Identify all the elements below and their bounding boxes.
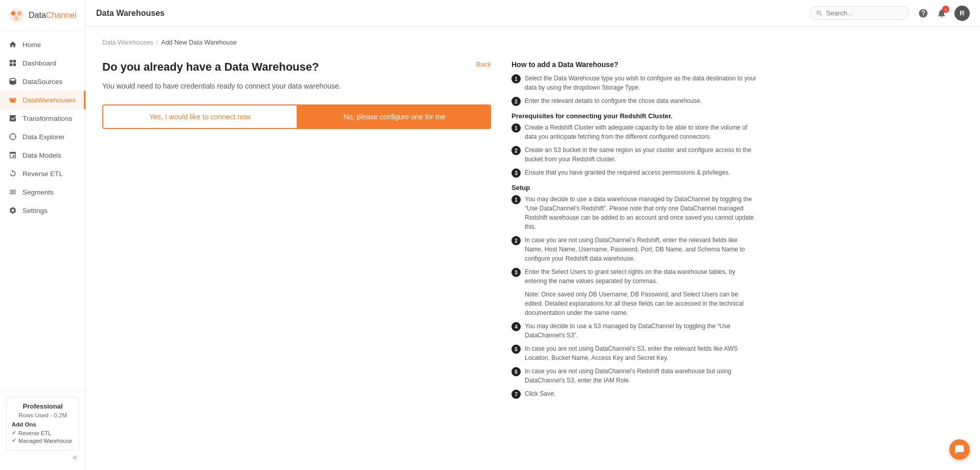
content-area: Data Warehouses / Add New Data Warehouse… <box>86 27 980 470</box>
plan-title: Professional <box>12 402 74 410</box>
sidebar-nav: Home Dashboard DataSources DataWarehouse… <box>0 31 85 390</box>
breadcrumb-separator: / <box>157 39 158 46</box>
connect-now-button[interactable]: Yes, I would like to connect now <box>102 104 298 129</box>
question-subtitle: You would need to have credentials ready… <box>102 82 491 90</box>
explorer-icon <box>8 132 17 141</box>
sidebar: DataChannel Home Dashboard DataSources <box>0 0 86 470</box>
prereq-step-3: 3 Ensure that you have granted the requi… <box>511 168 757 178</box>
reverse-etl-icon <box>8 169 17 178</box>
sidebar-item-datasources[interactable]: DataSources <box>0 72 85 91</box>
setup-step-6-text: In case you are not using DataChannel’s … <box>525 367 757 385</box>
sidebar-item-transformations[interactable]: Transformations <box>0 109 85 127</box>
setup-step-5: 5 In case you are not using DataChannel’… <box>511 344 757 362</box>
setup-step-3-num: 3 <box>511 268 521 277</box>
prereq-step-2-text: Create an S3 bucket in the same region a… <box>525 145 757 164</box>
logo-text: DataChannel <box>29 11 76 20</box>
transformations-icon <box>8 114 17 123</box>
content-inner: Data Warehouses / Add New Data Warehouse… <box>86 27 980 470</box>
howto-step-2-text: Enter the relevant details to configure … <box>525 96 702 105</box>
segments-icon <box>8 187 17 197</box>
prereq-step-2: 2 Create an S3 bucket in the same region… <box>511 145 757 164</box>
setup-step-2: 2 In case you are not using DataChannel’… <box>511 236 757 263</box>
setup-step-3: 3 Enter the Select Users to grant select… <box>511 267 757 286</box>
prereq-step-3-text: Ensure that you have granted the require… <box>525 168 730 177</box>
models-icon <box>8 151 17 160</box>
setup-step-1-num: 1 <box>511 195 521 204</box>
howto-step-1-num: 1 <box>511 74 521 83</box>
howto-step-2: 2 Enter the relevant details to configur… <box>511 96 757 106</box>
setup-step-4: 4 You may decide to use a S3 managed by … <box>511 322 757 340</box>
sidebar-item-data-explorer[interactable]: Data Explorer <box>0 127 85 146</box>
notification-badge: 1 <box>942 6 949 13</box>
check-icon: ✔ <box>12 437 16 444</box>
setup-step-7-num: 7 <box>511 390 521 399</box>
sidebar-item-reverse-etl[interactable]: Reverse ETL <box>0 164 85 183</box>
plan-addons-label: Add Ons <box>12 421 74 428</box>
home-icon <box>8 40 17 49</box>
left-panel: Do you already have a Data Warehouse? Ba… <box>102 60 491 403</box>
howto-step-1: 1 Select the Data Warehouse type you wis… <box>511 74 757 92</box>
search-input[interactable] <box>826 9 903 17</box>
setup-step-1: 1 You may decide to use a data warehouse… <box>511 195 757 231</box>
logo: DataChannel <box>0 0 85 31</box>
prereq-step-1-text: Create a Redshift Cluster with adequate … <box>525 123 757 141</box>
howto-title: How to add a Data Warehouse? <box>511 60 757 69</box>
prereq-title: Prerequisites for connecting your Redshi… <box>511 112 757 120</box>
notifications-icon[interactable]: 1 <box>936 8 947 19</box>
sidebar-item-data-models[interactable]: Data Models <box>0 146 85 164</box>
setup-title: Setup <box>511 184 757 191</box>
breadcrumb: Data Warehouses / Add New Data Warehouse <box>102 39 964 46</box>
settings-icon <box>8 206 17 215</box>
configure-for-me-button[interactable]: No, please configure one for me <box>298 104 491 129</box>
setup-step-5-text: In case you are not using DataChannel’s … <box>525 344 757 362</box>
setup-step-6-num: 6 <box>511 367 521 376</box>
sidebar-bottom: Professional Rows Used - 0.2M Add Ons ✔ … <box>0 390 85 470</box>
sidebar-collapse[interactable]: « <box>6 451 79 464</box>
addon-reverse-etl: ✔ Reverse ETL <box>12 430 74 436</box>
setup-step-5-num: 5 <box>511 345 521 354</box>
sidebar-item-dashboard[interactable]: Dashboard <box>0 54 85 72</box>
plan-rows: Rows Used - 0.2M <box>12 412 74 418</box>
setup-step-2-num: 2 <box>511 236 521 245</box>
avatar[interactable]: R <box>954 6 970 21</box>
logo-icon <box>8 7 25 24</box>
back-link[interactable]: Back <box>476 60 491 68</box>
setup-step-7-text: Click Save. <box>525 389 555 398</box>
plan-box: Professional Rows Used - 0.2M Add Ons ✔ … <box>6 397 79 451</box>
svg-point-3 <box>14 16 18 20</box>
setup-step-1-text: You may decide to use a data warehouse m… <box>525 195 757 231</box>
right-panel: How to add a Data Warehouse? 1 Select th… <box>511 60 757 403</box>
breadcrumb-parent[interactable]: Data Warehouses <box>102 39 153 46</box>
dashboard-icon <box>8 58 17 68</box>
setup-step-2-text: In case you are not using DataChannel’s … <box>525 236 757 263</box>
setup-step-4-text: You may decide to use a S3 managed by Da… <box>525 322 757 340</box>
question-header: Do you already have a Data Warehouse? Ba… <box>102 60 491 74</box>
setup-note: Note: Once saved only DB Username, DB Pa… <box>511 290 757 317</box>
prereq-step-3-num: 3 <box>511 168 521 178</box>
addon-managed-warehouse: ✔ Managed Warehouse <box>12 437 74 444</box>
setup-step-3-text: Enter the Select Users to grant select r… <box>525 267 757 286</box>
header: Data Warehouses 1 R <box>86 0 980 27</box>
howto-step-2-num: 2 <box>511 97 521 106</box>
sidebar-item-segments[interactable]: Segments <box>0 183 85 201</box>
datawarehouses-icon <box>8 95 17 104</box>
check-icon: ✔ <box>12 430 16 436</box>
help-icon[interactable] <box>918 8 929 19</box>
search-box <box>809 6 909 20</box>
collapse-icon[interactable]: « <box>73 453 77 462</box>
prereq-step-1: 1 Create a Redshift Cluster with adequat… <box>511 123 757 141</box>
chat-bubble[interactable] <box>949 439 970 460</box>
setup-step-7: 7 Click Save. <box>511 389 757 399</box>
prereq-step-2-num: 2 <box>511 146 521 155</box>
header-right: 1 R <box>809 6 970 21</box>
svg-point-1 <box>11 11 15 15</box>
search-icon <box>816 10 823 17</box>
setup-step-6: 6 In case you are not using DataChannel’… <box>511 367 757 385</box>
sidebar-item-home[interactable]: Home <box>0 35 85 54</box>
header-icons: 1 R <box>918 6 970 21</box>
setup-step-4-num: 4 <box>511 322 521 331</box>
breadcrumb-current: Add New Data Warehouse <box>161 39 237 46</box>
sidebar-item-datawarehouses[interactable]: DataWarehouses <box>0 91 85 109</box>
question-title: Do you already have a Data Warehouse? <box>102 60 319 74</box>
sidebar-item-settings[interactable]: Settings <box>0 201 85 220</box>
